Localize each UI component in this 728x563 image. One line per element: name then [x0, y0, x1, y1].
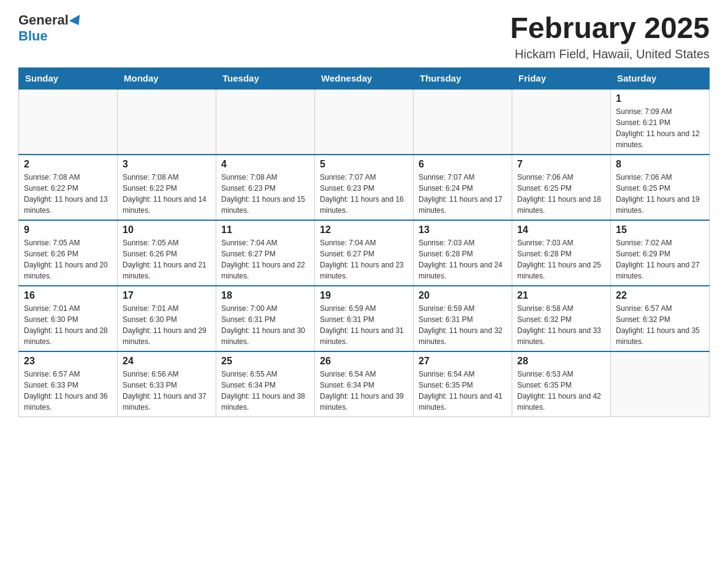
- table-row: 22Sunrise: 6:57 AM Sunset: 6:32 PM Dayli…: [611, 286, 710, 351]
- day-info: Sunrise: 7:04 AM Sunset: 6:27 PM Dayligh…: [221, 237, 309, 282]
- table-row: 24Sunrise: 6:56 AM Sunset: 6:33 PM Dayli…: [118, 351, 216, 417]
- day-number: 23: [24, 356, 112, 367]
- day-number: 9: [24, 224, 112, 236]
- col-sunday: Sunday: [19, 67, 118, 89]
- day-info: Sunrise: 7:08 AM Sunset: 6:22 PM Dayligh…: [123, 172, 211, 216]
- day-number: 2: [24, 159, 112, 170]
- logo-text: General: [18, 12, 83, 28]
- day-info: Sunrise: 7:08 AM Sunset: 6:23 PM Dayligh…: [221, 172, 309, 216]
- day-info: Sunrise: 7:07 AM Sunset: 6:23 PM Dayligh…: [320, 172, 408, 216]
- page-header: General Blue February 2025 Hickam Field,…: [18, 12, 710, 61]
- day-number: 7: [517, 159, 605, 170]
- col-tuesday: Tuesday: [216, 67, 315, 89]
- calendar-week-row: 1Sunrise: 7:09 AM Sunset: 6:21 PM Daylig…: [19, 89, 710, 155]
- day-info: Sunrise: 7:01 AM Sunset: 6:30 PM Dayligh…: [123, 303, 211, 347]
- table-row: 25Sunrise: 6:55 AM Sunset: 6:34 PM Dayli…: [216, 351, 315, 417]
- col-monday: Monday: [118, 67, 216, 89]
- table-row: 10Sunrise: 7:05 AM Sunset: 6:26 PM Dayli…: [118, 220, 216, 286]
- logo: General Blue: [18, 12, 83, 44]
- table-row: 13Sunrise: 7:03 AM Sunset: 6:28 PM Dayli…: [414, 220, 512, 286]
- day-number: 11: [221, 224, 309, 236]
- day-info: Sunrise: 6:59 AM Sunset: 6:31 PM Dayligh…: [320, 303, 408, 347]
- table-row: 21Sunrise: 6:58 AM Sunset: 6:32 PM Dayli…: [512, 286, 611, 351]
- table-row: 17Sunrise: 7:01 AM Sunset: 6:30 PM Dayli…: [118, 286, 216, 351]
- logo-arrow-icon: [69, 15, 84, 28]
- table-row: 23Sunrise: 6:57 AM Sunset: 6:33 PM Dayli…: [19, 351, 118, 417]
- day-info: Sunrise: 6:58 AM Sunset: 6:32 PM Dayligh…: [517, 303, 605, 347]
- day-info: Sunrise: 6:54 AM Sunset: 6:34 PM Dayligh…: [320, 369, 408, 413]
- calendar-header-row: Sunday Monday Tuesday Wednesday Thursday…: [19, 67, 710, 89]
- title-block: February 2025 Hickam Field, Hawaii, Unit…: [510, 12, 710, 61]
- table-row: 1Sunrise: 7:09 AM Sunset: 6:21 PM Daylig…: [611, 89, 710, 155]
- table-row: 7Sunrise: 7:06 AM Sunset: 6:25 PM Daylig…: [512, 155, 611, 220]
- table-row: 27Sunrise: 6:54 AM Sunset: 6:35 PM Dayli…: [414, 351, 512, 417]
- day-info: Sunrise: 6:53 AM Sunset: 6:35 PM Dayligh…: [517, 369, 605, 413]
- day-number: 4: [221, 159, 309, 170]
- col-wednesday: Wednesday: [315, 67, 414, 89]
- table-row: [611, 351, 710, 417]
- table-row: 18Sunrise: 7:00 AM Sunset: 6:31 PM Dayli…: [216, 286, 315, 351]
- day-info: Sunrise: 7:01 AM Sunset: 6:30 PM Dayligh…: [24, 303, 112, 347]
- day-number: 22: [616, 290, 704, 301]
- table-row: 14Sunrise: 7:03 AM Sunset: 6:28 PM Dayli…: [512, 220, 611, 286]
- day-number: 6: [419, 159, 507, 170]
- table-row: 12Sunrise: 7:04 AM Sunset: 6:27 PM Dayli…: [315, 220, 414, 286]
- col-friday: Friday: [512, 67, 611, 89]
- day-number: 18: [221, 290, 309, 301]
- day-number: 10: [123, 224, 211, 236]
- logo-general-text: General: [18, 12, 69, 28]
- day-info: Sunrise: 6:59 AM Sunset: 6:31 PM Dayligh…: [419, 303, 507, 347]
- logo-blue-text: Blue: [18, 28, 48, 44]
- day-number: 25: [221, 356, 309, 367]
- day-number: 3: [123, 159, 211, 170]
- table-row: 3Sunrise: 7:08 AM Sunset: 6:22 PM Daylig…: [118, 155, 216, 220]
- day-number: 8: [616, 159, 704, 170]
- day-info: Sunrise: 6:57 AM Sunset: 6:33 PM Dayligh…: [24, 369, 112, 413]
- day-number: 12: [320, 224, 408, 236]
- day-number: 5: [320, 159, 408, 170]
- day-number: 20: [419, 290, 507, 301]
- table-row: [512, 89, 611, 155]
- table-row: 6Sunrise: 7:07 AM Sunset: 6:24 PM Daylig…: [414, 155, 512, 220]
- table-row: [118, 89, 216, 155]
- location-subtitle: Hickam Field, Hawaii, United States: [510, 47, 710, 61]
- day-info: Sunrise: 7:00 AM Sunset: 6:31 PM Dayligh…: [221, 303, 309, 347]
- table-row: 26Sunrise: 6:54 AM Sunset: 6:34 PM Dayli…: [315, 351, 414, 417]
- day-info: Sunrise: 6:56 AM Sunset: 6:33 PM Dayligh…: [123, 369, 211, 413]
- col-thursday: Thursday: [414, 67, 512, 89]
- table-row: 11Sunrise: 7:04 AM Sunset: 6:27 PM Dayli…: [216, 220, 315, 286]
- day-info: Sunrise: 7:06 AM Sunset: 6:25 PM Dayligh…: [616, 172, 704, 216]
- table-row: [315, 89, 414, 155]
- day-info: Sunrise: 7:07 AM Sunset: 6:24 PM Dayligh…: [419, 172, 507, 216]
- day-info: Sunrise: 6:54 AM Sunset: 6:35 PM Dayligh…: [419, 369, 507, 413]
- day-number: 21: [517, 290, 605, 301]
- table-row: 9Sunrise: 7:05 AM Sunset: 6:26 PM Daylig…: [19, 220, 118, 286]
- col-saturday: Saturday: [611, 67, 710, 89]
- table-row: 16Sunrise: 7:01 AM Sunset: 6:30 PM Dayli…: [19, 286, 118, 351]
- day-number: 17: [123, 290, 211, 301]
- day-info: Sunrise: 7:06 AM Sunset: 6:25 PM Dayligh…: [517, 172, 605, 216]
- day-info: Sunrise: 7:05 AM Sunset: 6:26 PM Dayligh…: [24, 237, 112, 282]
- calendar-table: Sunday Monday Tuesday Wednesday Thursday…: [18, 67, 710, 417]
- calendar-week-row: 2Sunrise: 7:08 AM Sunset: 6:22 PM Daylig…: [19, 155, 710, 220]
- table-row: 2Sunrise: 7:08 AM Sunset: 6:22 PM Daylig…: [19, 155, 118, 220]
- day-info: Sunrise: 7:09 AM Sunset: 6:21 PM Dayligh…: [616, 106, 704, 150]
- day-number: 13: [419, 224, 507, 236]
- table-row: 20Sunrise: 6:59 AM Sunset: 6:31 PM Dayli…: [414, 286, 512, 351]
- table-row: 19Sunrise: 6:59 AM Sunset: 6:31 PM Dayli…: [315, 286, 414, 351]
- day-number: 27: [419, 356, 507, 367]
- day-info: Sunrise: 7:08 AM Sunset: 6:22 PM Dayligh…: [24, 172, 112, 216]
- table-row: [216, 89, 315, 155]
- calendar-week-row: 16Sunrise: 7:01 AM Sunset: 6:30 PM Dayli…: [19, 286, 710, 351]
- day-info: Sunrise: 6:57 AM Sunset: 6:32 PM Dayligh…: [616, 303, 704, 347]
- table-row: 28Sunrise: 6:53 AM Sunset: 6:35 PM Dayli…: [512, 351, 611, 417]
- calendar-week-row: 23Sunrise: 6:57 AM Sunset: 6:33 PM Dayli…: [19, 351, 710, 417]
- day-info: Sunrise: 6:55 AM Sunset: 6:34 PM Dayligh…: [221, 369, 309, 413]
- day-info: Sunrise: 7:05 AM Sunset: 6:26 PM Dayligh…: [123, 237, 211, 282]
- day-number: 28: [517, 356, 605, 367]
- day-number: 15: [616, 224, 704, 236]
- table-row: [414, 89, 512, 155]
- day-number: 19: [320, 290, 408, 301]
- day-number: 14: [517, 224, 605, 236]
- table-row: [19, 89, 118, 155]
